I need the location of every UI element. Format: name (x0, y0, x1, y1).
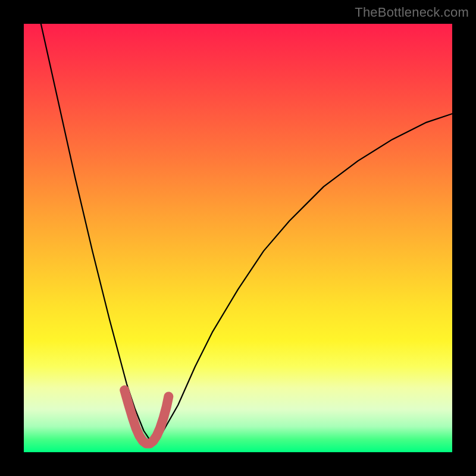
watermark-text: TheBottleneck.com (355, 5, 469, 20)
chart-svg (24, 24, 452, 452)
chart-frame: TheBottleneck.com (0, 0, 476, 476)
bottleneck-curve (41, 24, 452, 444)
plot-area (24, 24, 452, 452)
